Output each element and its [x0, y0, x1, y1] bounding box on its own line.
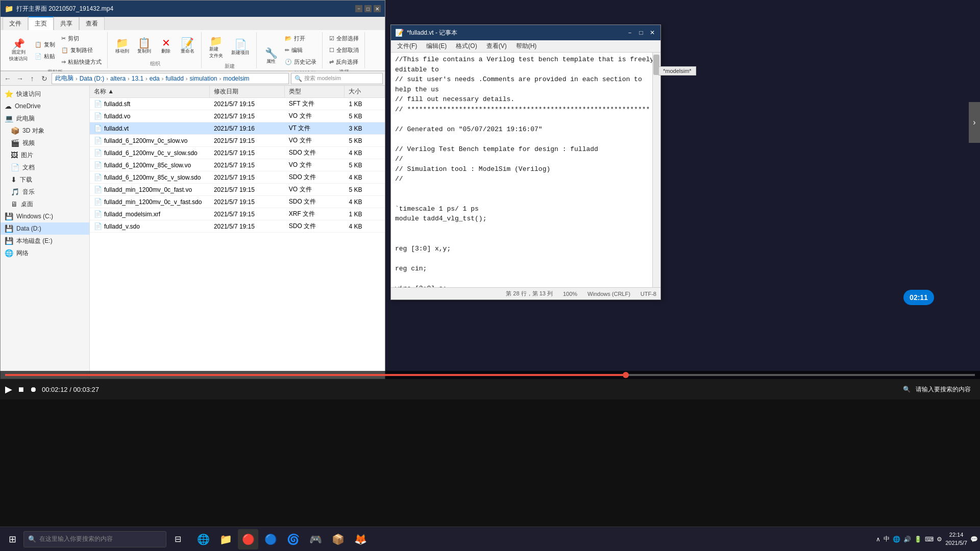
sidebar-item-local-e[interactable]: 💾 本地磁盘 (E:) [1, 235, 89, 247]
sidebar-item-3dobjects[interactable]: 📦 3D 对象 [1, 124, 89, 137]
video-progress-container[interactable] [0, 371, 980, 379]
taskbar-app-app6[interactable]: 🦊 [350, 529, 371, 549]
new-item-btn[interactable]: 📄 新建项目 [228, 37, 253, 59]
start-button[interactable]: ⊞ [2, 529, 22, 549]
sidebar-item-windows-c[interactable]: 💾 Windows (C:) [1, 210, 89, 222]
cut-btn[interactable]: ✂剪切 [59, 33, 104, 44]
table-row[interactable]: 📄fulladd_modelsim.xrf 2021/5/7 19:15 XRF… [90, 208, 385, 220]
taskbar-app-app5[interactable]: 📦 [328, 529, 348, 549]
history-btn[interactable]: 🕐历史记录 [282, 57, 319, 67]
table-row[interactable]: 📄fulladd_6_1200mv_85c_slow.vo 2021/5/7 1… [90, 159, 385, 171]
path-altera[interactable]: altera [110, 75, 126, 82]
taskbar-clock[interactable]: 22:14 2021/5/7 [945, 531, 967, 547]
path-131[interactable]: 13.1 [132, 75, 143, 82]
rename-btn[interactable]: 📝 重命名 [177, 35, 198, 57]
sidebar-item-data-d[interactable]: 💾 Data (D:) [1, 222, 89, 235]
notepad-view-menu[interactable]: 查看(V) [482, 41, 511, 52]
expand-tab[interactable]: › [969, 102, 980, 143]
col-header-type[interactable]: 类型 [285, 86, 345, 97]
sidebar-item-documents[interactable]: 📄 文档 [1, 161, 89, 173]
volume-icon-tray[interactable]: 🔊 [903, 536, 911, 543]
notepad-close-btn[interactable]: ✕ [648, 29, 656, 37]
notepad-editor[interactable]: //This file contains a Verilog test benc… [391, 53, 660, 287]
col-header-name[interactable]: 名称 ▲ [90, 86, 210, 97]
ime-indicator[interactable]: 中 [884, 535, 890, 543]
path-datad[interactable]: Data (D:) [80, 75, 105, 82]
edit-btn[interactable]: ✏编辑 [282, 45, 319, 56]
ribbon-tab-home[interactable]: 主页 [28, 16, 54, 30]
sidebar-item-pictures[interactable]: 🖼 图片 [1, 149, 89, 161]
invert-selection-btn[interactable]: ⇌反向选择 [327, 57, 361, 67]
task-view-btn[interactable]: ⊟ [167, 529, 188, 549]
copy-path-btn[interactable]: 📋复制路径 [59, 45, 104, 56]
sidebar-item-thispc[interactable]: 💻 此电脑 [1, 112, 89, 124]
move-to-btn[interactable]: 📁 移动到 [112, 35, 133, 57]
delete-btn[interactable]: ✕ 删除 [156, 35, 176, 57]
ribbon-tab-file[interactable]: 文件 [3, 17, 28, 30]
up-btn[interactable]: ↑ [27, 73, 37, 84]
taskbar-app-app4[interactable]: 🎮 [305, 529, 326, 549]
taskbar-app-app2[interactable]: 🔵 [260, 529, 281, 549]
notification-btn[interactable]: 💬 [970, 536, 978, 543]
deselect-all-btn[interactable]: ☐全部取消 [327, 45, 361, 56]
tray-expand-btn[interactable]: ∧ [876, 536, 880, 543]
select-all-btn[interactable]: ☑全部选择 [327, 33, 361, 44]
taskbar-search[interactable]: 🔍 在这里输入你要搜索的内容 [23, 531, 166, 547]
table-row[interactable]: 📄fulladd_min_1200mv_0c_fast.vo 2021/5/7 … [90, 184, 385, 196]
table-row[interactable]: 📄fulladd.vt 2021/5/7 19:16 VT 文件 3 KB [90, 122, 385, 135]
ribbon-tab-share[interactable]: 共享 [54, 17, 79, 30]
sidebar-item-onedrive[interactable]: ☁ OneDrive [1, 100, 89, 112]
table-row[interactable]: 📄fulladd.sft 2021/5/7 19:15 SFT 文件 1 KB [90, 98, 385, 110]
explorer-maximize-btn[interactable]: □ [364, 5, 372, 12]
address-path[interactable]: 此电脑 › Data (D:) › altera › 13.1 › eda › … [52, 73, 289, 84]
paste-shortcut-btn[interactable]: ⇒粘贴快捷方式 [59, 57, 104, 67]
copy-btn[interactable]: 📋复制 [32, 39, 58, 50]
col-header-date[interactable]: 修改日期 [210, 86, 285, 97]
play-btn[interactable]: ▶ [5, 384, 12, 395]
path-simulation[interactable]: simulation [190, 75, 217, 82]
search-box[interactable]: 🔍 搜索 modelsim [291, 73, 383, 84]
col-header-size[interactable]: 大小 [345, 86, 385, 97]
refresh-btn[interactable]: ↻ [39, 73, 50, 84]
notepad-format-menu[interactable]: 格式(O) [452, 41, 481, 52]
table-row[interactable]: 📄fulladd_6_1200mv_85c_v_slow.sdo 2021/5/… [90, 171, 385, 184]
table-row[interactable]: 📄fulladd.vo 2021/5/7 19:15 VO 文件 5 KB [90, 110, 385, 122]
taskbar-app-browser[interactable]: 🌐 [193, 529, 213, 549]
modelsim-tab[interactable]: *modelsim* [658, 66, 696, 76]
notepad-minimize-btn[interactable]: － [626, 29, 634, 37]
properties-btn[interactable]: 🔧 属性 [261, 45, 281, 67]
sidebar-item-videos[interactable]: 🎬 视频 [1, 137, 89, 149]
stop-btn[interactable]: ⏹ [17, 385, 24, 393]
new-folder-btn[interactable]: 📁 新建文件夹 [206, 33, 227, 62]
taskbar-app-app1[interactable]: 🔴 [238, 529, 258, 549]
record-btn[interactable]: ⏺ [30, 385, 37, 393]
pin-to-quickaccess-btn[interactable]: 📌 固定到快速访问 [6, 36, 31, 65]
network-icon-tray[interactable]: 🌐 [893, 536, 900, 543]
notepad-help-menu[interactable]: 帮助(H) [512, 41, 541, 52]
table-row[interactable]: 📄fulladd_min_1200mv_0c_v_fast.sdo 2021/5… [90, 196, 385, 208]
progress-handle[interactable] [623, 372, 629, 378]
taskbar-app-explorer[interactable]: 📁 [215, 529, 236, 549]
progress-track[interactable] [5, 374, 975, 376]
sidebar-item-quickaccess[interactable]: ⭐ 快速访问 [1, 88, 89, 100]
paste-btn[interactable]: 📄粘贴 [32, 51, 58, 62]
notepad-maximize-btn[interactable]: □ [637, 29, 645, 37]
path-fulladd[interactable]: fulladd [165, 75, 183, 82]
forward-btn[interactable]: → [15, 73, 25, 84]
taskbar-app-app3[interactable]: 🌀 [283, 529, 303, 549]
table-row[interactable]: 📄fulladd_6_1200mv_0c_slow.vo 2021/5/7 19… [90, 135, 385, 147]
notepad-edit-menu[interactable]: 编辑(E) [422, 41, 451, 52]
explorer-minimize-btn[interactable]: － [355, 5, 362, 12]
sidebar-item-network[interactable]: 🌐 网络 [1, 247, 89, 259]
notepad-file-menu[interactable]: 文件(F) [393, 41, 421, 52]
table-row[interactable]: 📄fulladd_v.sdo 2021/5/7 19:15 SDO 文件 4 K… [90, 220, 385, 233]
path-modelsim[interactable]: modelsim [223, 75, 249, 82]
back-btn[interactable]: ← [3, 73, 13, 84]
table-row[interactable]: 📄fulladd_6_1200mv_0c_v_slow.sdo 2021/5/7… [90, 147, 385, 159]
settings-icon-tray[interactable]: ⚙ [937, 536, 942, 543]
open-btn[interactable]: 📂打开 [282, 33, 319, 44]
copy-to-btn[interactable]: 📋 复制到 [134, 35, 155, 57]
video-search-placeholder[interactable]: 请输入要搜索的内容 [916, 385, 971, 394]
explorer-close-btn[interactable]: ✕ [374, 5, 381, 12]
path-thispc[interactable]: 此电脑 [55, 74, 74, 83]
